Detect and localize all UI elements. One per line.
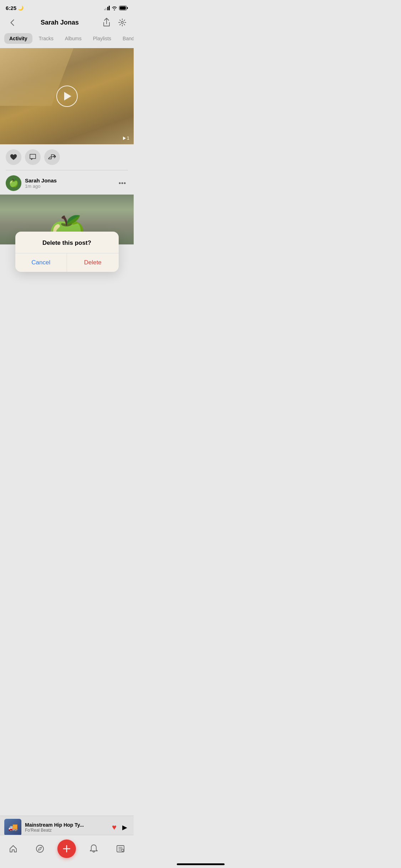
moon-icon: 🌙: [18, 5, 24, 11]
signal-icon: [104, 6, 110, 10]
status-bar: 6:25 🌙: [0, 0, 134, 13]
page-title: Sarah Jonas: [41, 19, 79, 26]
nav-header: Sarah Jonas: [0, 13, 134, 33]
tab-activity[interactable]: Activity: [4, 33, 32, 44]
tab-tracks[interactable]: Tracks: [34, 33, 58, 44]
dialog-title: Delete this post?: [15, 232, 119, 253]
tab-albums[interactable]: Albums: [60, 33, 87, 44]
svg-rect-2: [120, 6, 126, 10]
delete-button[interactable]: Delete: [67, 253, 119, 272]
nav-actions: [101, 17, 128, 28]
tabs-bar: Activity Tracks Albums Playlists Bands: [0, 33, 134, 48]
wifi-icon: [112, 6, 117, 10]
status-icons: [104, 6, 128, 10]
status-time: 6:25: [6, 5, 16, 11]
tab-bands[interactable]: Bands: [118, 33, 134, 44]
tab-playlists[interactable]: Playlists: [88, 33, 116, 44]
battery-icon: [119, 6, 128, 10]
delete-dialog: Delete this post? Cancel Delete: [15, 232, 119, 272]
dialog-overlay: Delete this post? Cancel Delete: [0, 93, 134, 289]
settings-button[interactable]: [117, 17, 128, 28]
svg-point-3: [121, 21, 123, 24]
cancel-button[interactable]: Cancel: [15, 253, 67, 272]
back-button[interactable]: [6, 16, 19, 29]
share-button[interactable]: [101, 17, 112, 28]
svg-rect-1: [127, 7, 128, 9]
dialog-buttons: Cancel Delete: [15, 253, 119, 272]
